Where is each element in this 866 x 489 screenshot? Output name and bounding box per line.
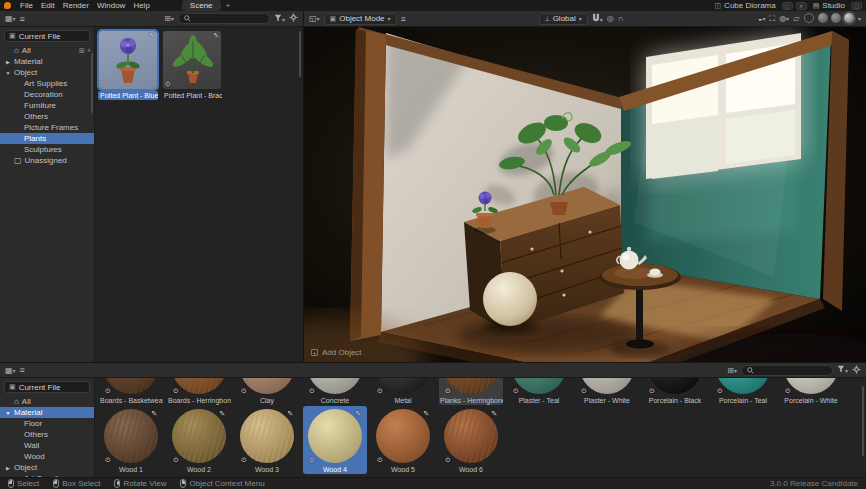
catalog-wall[interactable]: Wall xyxy=(0,440,94,451)
disclosure-down-icon[interactable]: ▼ xyxy=(5,70,11,76)
material-tile-concrete[interactable]: ✎⊙Concrete xyxy=(303,378,367,405)
search-input[interactable] xyxy=(178,13,270,24)
material-tile-wood-2[interactable]: ✎⊙Wood 2 xyxy=(167,406,231,474)
transform-orientation-select[interactable]: ⟂ Global ▾ xyxy=(539,13,588,25)
blender-logo-icon[interactable] xyxy=(4,2,11,9)
visibility-filter-icon[interactable]: ◒▾ xyxy=(758,14,766,23)
menus-collapsed-icon[interactable]: ≡ xyxy=(20,14,24,24)
add-workspace-button[interactable]: + xyxy=(223,1,234,10)
edit-material-icon[interactable]: ✎ xyxy=(219,410,225,418)
view-layer-selector[interactable]: ▤ Studio xyxy=(810,1,848,10)
proportional-editing-icon[interactable]: ◎ xyxy=(607,14,614,23)
asset-tile-bracken[interactable]: ✎ ⊙ Potted Plant - Bracken xyxy=(161,29,223,100)
catalog-plants[interactable]: Plants xyxy=(0,133,94,144)
edit-material-icon[interactable]: ✎ xyxy=(151,410,157,418)
menu-file[interactable]: File xyxy=(16,1,37,10)
display-settings-icon[interactable] xyxy=(289,13,298,24)
display-settings-icon[interactable] xyxy=(852,365,861,376)
shading-material-icon[interactable] xyxy=(831,13,841,23)
edit-asset-icon[interactable]: ✎ xyxy=(213,32,219,40)
search-input[interactable] xyxy=(741,365,833,376)
editor-type-icon[interactable]: ▦▾ xyxy=(5,366,16,375)
material-tile-boards-basketweave[interactable]: ✎⊙Boards - Basketweave xyxy=(99,378,163,405)
shading-solid-icon[interactable] xyxy=(818,13,828,23)
menu-render[interactable]: Render xyxy=(59,1,93,10)
editor-type-icon[interactable]: ◱▾ xyxy=(309,14,320,23)
material-name: Wood 4 xyxy=(303,465,367,474)
new-scene-button[interactable]: ▢ xyxy=(782,2,793,10)
filter-icon[interactable]: ▾ xyxy=(274,14,285,24)
material-tile-wood-3[interactable]: ✎⊙Wood 3 xyxy=(235,406,299,474)
scene-selector[interactable]: ◫ Cube Diorama xyxy=(711,1,778,10)
asset-grid-scrollbar[interactable] xyxy=(299,31,301,77)
mode-select[interactable]: ▣ Object Mode ▾ xyxy=(324,13,397,25)
catalog-art-supplies[interactable]: Art Supplies xyxy=(0,78,94,89)
thumbnail-size-icon[interactable]: ⊞▾ xyxy=(164,14,174,23)
asset-source-select[interactable]: ▣ Current File xyxy=(4,30,90,42)
material-tile-porcelain-white[interactable]: ✎⊙Porcelain - White xyxy=(779,378,843,405)
material-tile-planks-herringbone[interactable]: ✎⊙Planks - Herringbone xyxy=(439,378,503,405)
proportional-falloff-icon[interactable]: ∩ xyxy=(618,14,624,23)
catalog-material[interactable]: ▼Material xyxy=(0,407,94,418)
shading-options-icon[interactable]: ▾ xyxy=(858,15,861,22)
material-tile-clay[interactable]: ✎⊙Clay xyxy=(235,378,299,405)
material-tile-wood-4[interactable]: ✎⊙Wood 4 xyxy=(303,406,367,474)
thumbnail-size-icon[interactable]: ⊞▾ xyxy=(727,366,737,375)
material-tile-porcelain-black[interactable]: ✎⊙Porcelain - Black xyxy=(643,378,707,405)
catalog-all[interactable]: ⌂All⊞ + xyxy=(0,45,94,56)
xray-toggle-icon[interactable]: ▱ xyxy=(793,14,799,23)
menu-help[interactable]: Help xyxy=(129,1,153,10)
disclosure-right-icon[interactable]: ▶ xyxy=(5,465,11,471)
material-tile-metal[interactable]: ✎⊙Metal xyxy=(371,378,435,405)
edit-material-icon[interactable]: ✎ xyxy=(287,410,293,418)
material-tile-porcelain-teal[interactable]: ✎⊙Porcelain - Teal xyxy=(711,378,775,405)
menu-edit[interactable]: Edit xyxy=(37,1,59,10)
menu-window[interactable]: Window xyxy=(93,1,129,10)
filter-icon[interactable]: ▾ xyxy=(837,365,848,375)
asset-tile-bluebell[interactable]: ✎ ⊙ Potted Plant - Bluebell xyxy=(97,29,159,100)
catalog-all[interactable]: ⌂All xyxy=(0,396,94,407)
menus-collapsed-icon[interactable]: ≡ xyxy=(20,365,24,375)
new-view-layer-button[interactable]: ▢ xyxy=(851,2,862,10)
edit-material-icon[interactable]: ✎ xyxy=(355,410,361,418)
catalog-decoration[interactable]: Decoration xyxy=(0,89,94,100)
catalog-furniture[interactable]: Furniture xyxy=(0,100,94,111)
material-tile-wood-6[interactable]: ✎⊙Wood 6 xyxy=(439,406,503,474)
material-tile-wood-5[interactable]: ✎⊙Wood 5 xyxy=(371,406,435,474)
material-tile-plaster-teal[interactable]: ✎⊙Plaster - Teal xyxy=(507,378,571,405)
catalog-object[interactable]: ▼Object xyxy=(0,67,94,78)
catalog-unassigned[interactable]: ▢Unassigned xyxy=(0,155,94,166)
disclosure-down-icon[interactable]: ▼ xyxy=(5,410,11,416)
edit-material-icon[interactable]: ✎ xyxy=(423,410,429,418)
material-tile-boards-herringbone[interactable]: ✎⊙Boards - Herringbone xyxy=(167,378,231,405)
viewport-canvas[interactable]: + Add Object xyxy=(304,27,866,362)
sidebar-scrollbar[interactable] xyxy=(91,53,93,113)
overlays-toggle-icon[interactable]: ◍▾ xyxy=(779,14,789,23)
snap-magnet-icon[interactable]: ▾ xyxy=(592,13,603,24)
catalog-picture-frames[interactable]: Picture Frames xyxy=(0,122,94,133)
catalog-material[interactable]: ▶Material xyxy=(0,56,94,67)
disclosure-right-icon[interactable]: ▶ xyxy=(5,59,11,65)
shading-wireframe-icon[interactable] xyxy=(804,13,814,23)
workspace-tab-scene[interactable]: Scene xyxy=(182,0,221,11)
editor-type-icon[interactable]: ▦▾ xyxy=(5,14,16,23)
edit-asset-icon[interactable]: ✎ xyxy=(149,32,155,40)
unlink-scene-button[interactable]: ✕ xyxy=(796,2,807,10)
asset-source-select[interactable]: ▣ Current File xyxy=(4,381,90,393)
material-tile-wood-1[interactable]: ✎⊙Wood 1 xyxy=(99,406,163,474)
catalog-others[interactable]: Others xyxy=(0,111,94,122)
material-grid-scrollbar[interactable] xyxy=(862,386,864,456)
gizmo-toggle-icon[interactable]: ⛶ xyxy=(770,14,776,24)
shading-rendered-icon[interactable] xyxy=(844,13,854,23)
viewport-3d[interactable]: ◱▾ ▣ Object Mode ▾ ≡ ⟂ Global ▾ ▾ ◎ ∩ ◒▾… xyxy=(303,11,866,362)
edit-material-icon[interactable]: ✎ xyxy=(491,410,497,418)
material-tile-plaster-white[interactable]: ✎⊙Plaster - White xyxy=(575,378,639,405)
catalog-floor[interactable]: Floor xyxy=(0,418,94,429)
catalog-wood[interactable]: Wood xyxy=(0,451,94,462)
catalog-others[interactable]: Others xyxy=(0,429,94,440)
viewport-menus-icon[interactable]: ≡ xyxy=(401,14,405,24)
add-catalog-icon[interactable]: ⊞ + xyxy=(79,47,91,55)
sphere-lamp[interactable] xyxy=(483,272,537,326)
catalog-object[interactable]: ▶Object xyxy=(0,462,94,473)
catalog-sculptures[interactable]: Sculptures xyxy=(0,144,94,155)
